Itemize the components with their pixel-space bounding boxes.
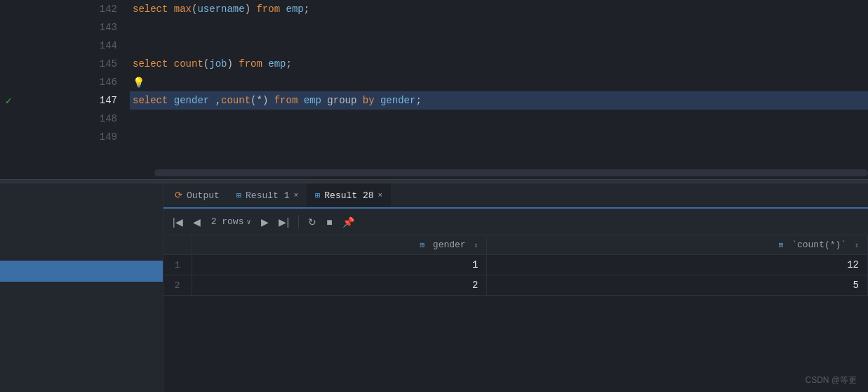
code-line-147: select gender ,count(*) from emp group b… [130,91,868,110]
code-token: ( [251,95,256,106]
line-num-145: 145 [0,55,130,73]
editor-area: 142143144145146✓147148149 select max(use… [0,0,868,179]
code-token: 💡 [133,77,145,89]
table-icon-1: ⊞ [236,190,241,201]
pin-button[interactable]: 📌 [339,214,358,230]
tabs-bar: ⟳ Output ⊞ Result 1 × ⊞ Result 28 × [163,183,868,209]
code-token: select [133,4,174,15]
code-token: emp [268,58,286,70]
code-token: ) [227,58,239,70]
code-line-146: 💡 [130,73,868,91]
code-token [356,95,362,106]
line-num-143: 143 [0,18,130,37]
line-num-142: 142 [0,0,130,18]
tab-output[interactable]: ⟳ Output [166,183,228,209]
code-token: from [274,95,304,106]
row-number: 1 [163,255,192,275]
code-token: from [256,4,286,15]
code-token: ) [262,95,274,106]
col-header-count[interactable]: ⊞ `count(*)` ⇕ [487,235,868,255]
tab-result28-close[interactable]: × [378,191,383,200]
next-page-button[interactable]: ▶ [258,214,272,230]
code-token: count [174,58,203,70]
code-line-142: select max(username) from emp; [130,0,868,18]
toolbar-separator [298,215,299,229]
code-container: 142143144145146✓147148149 select max(use… [0,0,868,179]
code-token: by [363,95,380,106]
code-token [321,95,327,106]
watermark: CSDN @等更 [805,374,857,386]
row-num-header [163,235,192,255]
tab-result1[interactable]: ⊞ Result 1 × [228,183,307,209]
table-cell: 2 [192,275,487,296]
code-token: username [197,4,244,15]
code-token: select [133,58,174,70]
last-page-button[interactable]: ▶| [275,214,293,230]
col-count-label: `count(*)` [792,240,846,250]
check-icon: ✓ [6,95,11,107]
code-line-149 [130,128,868,146]
tab-result1-close[interactable]: × [293,191,298,200]
results-main: ⟳ Output ⊞ Result 1 × ⊞ Result 28 × |◀ ◀… [163,183,868,392]
code-token: * [256,95,262,106]
code-token: ; [286,58,292,70]
code-token: ( [192,4,197,15]
code-token: gender [380,95,415,106]
gender-sort-icon[interactable]: ⇕ [474,242,478,249]
code-token: ; [304,4,309,15]
tab-result28-label: Result 28 [324,190,373,201]
first-page-button[interactable]: |◀ [169,214,187,230]
row-number: 2 [163,275,192,296]
table-row: 225 [163,275,868,296]
code-line-148 [130,110,868,128]
stop-button[interactable]: ■ [323,214,335,230]
line-num-149: 149 [0,128,130,146]
table-cell: 1 [192,255,487,275]
line-numbers: 142143144145146✓147148149 [0,0,130,179]
code-line-144 [130,37,868,55]
col-header-gender[interactable]: ⊞ gender ⇕ [192,235,487,255]
editor-scrollbar[interactable] [154,169,868,176]
code-content: select max(username) from emp; select co… [130,0,868,179]
prev-page-button[interactable]: ◀ [189,214,204,230]
code-token: select [133,95,174,106]
code-line-145: select count(job) from emp; [130,55,868,73]
left-sidebar [0,183,163,392]
code-token: max [174,4,192,15]
refresh-button[interactable]: ↻ [305,214,320,230]
results-panel: ⟳ Output ⊞ Result 1 × ⊞ Result 28 × |◀ ◀… [0,183,868,392]
code-token: emp [286,4,303,15]
rows-chevron-icon: ∨ [246,218,251,226]
code-token: ) [245,4,257,15]
code-token: count [221,95,251,106]
results-toolbar: |◀ ◀ 2 rows ∨ ▶ ▶| ↻ ■ 📌 [163,209,868,235]
line-num-148: 148 [0,110,130,128]
sidebar-highlight [0,261,163,282]
code-token: job [209,58,227,70]
tab-result28[interactable]: ⊞ Result 28 × [307,183,391,209]
results-table: ⊞ gender ⇕ ⊞ `count(*)` ⇕ 1112225 [163,235,868,296]
rows-count: 2 rows [211,216,244,227]
code-token: from [239,58,268,70]
code-line-143 [130,18,868,37]
tab-result1-label: Result 1 [246,190,289,201]
col-gender-label: gender [433,240,466,250]
code-token: emp [304,95,321,106]
count-col-icon: ⊞ [779,241,784,249]
output-icon: ⟳ [175,190,182,201]
line-num-146: 146 [0,73,130,91]
gender-col-icon: ⊞ [420,241,425,249]
tab-output-label: Output [187,190,220,201]
code-token: ; [415,95,421,106]
code-token: gender [174,95,209,106]
line-num-144: 144 [0,37,130,55]
table-cell: 12 [487,255,868,275]
data-table-container[interactable]: ⊞ gender ⇕ ⊞ `count(*)` ⇕ 1112225 [163,235,868,392]
code-token: group [327,95,356,106]
count-sort-icon[interactable]: ⇕ [855,242,859,249]
rows-selector[interactable]: 2 rows ∨ [207,216,255,227]
table-row: 1112 [163,255,868,275]
code-token: ( [203,58,209,70]
table-icon-28: ⊞ [315,190,320,201]
code-token: , [209,95,221,106]
